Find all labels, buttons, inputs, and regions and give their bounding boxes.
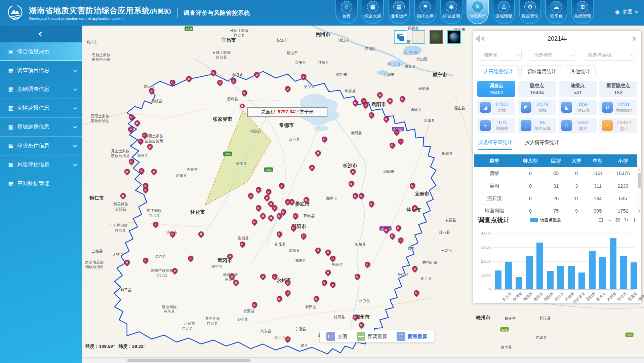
chart-bar-岳阳市[interactable] — [547, 271, 554, 289]
sidebar-item-调查项目信息[interactable]: ▦调查项目信息 — [0, 61, 82, 80]
nav-item-云平台[interactable]: ☁云平台 — [545, 0, 567, 24]
nav-item-数据管理[interactable]: ⚙数据管理 — [519, 0, 541, 24]
type-card-崩塌[interactable]: ◤2578崩塌 — [518, 100, 556, 115]
data-view-icon[interactable]: ▤ — [598, 217, 603, 223]
map-tool-距离量算[interactable]: 距离量算 — [352, 332, 392, 341]
nav-item-系统管理[interactable]: ⊞系统管理 — [571, 0, 594, 24]
chart-bar-永州市[interactable] — [599, 257, 606, 289]
landslide-glyph: ∪ — [265, 195, 269, 200]
type-card-地面塌陷[interactable]: ∪2231地面塌陷 — [599, 100, 637, 115]
type-card-value: 856 — [572, 101, 595, 107]
scrollbar-thumb[interactable] — [127, 359, 251, 362]
subtab-按灾情等级统计[interactable]: 按灾情等级统计 — [525, 139, 559, 150]
chart-bar-益阳市[interactable] — [578, 273, 585, 289]
type-card-滑坡[interactable]: ◢17601滑坡 — [477, 100, 515, 115]
summary-card-重要隐患点[interactable]: 重要隐患点183 — [599, 81, 637, 97]
map-tool-全图[interactable]: 全图 — [322, 332, 352, 341]
region-select-2[interactable]: 请选择县/区 — [583, 50, 636, 61]
landslide-glyph: ∪ — [359, 193, 364, 198]
nav-item-综合大屏[interactable]: ▦综合大屏 — [362, 0, 384, 24]
nav-item-首页[interactable]: ⌂首页 — [335, 0, 358, 24]
chart-bar-邵阳市[interactable] — [536, 243, 543, 289]
chart-bar-娄底市[interactable] — [620, 256, 627, 289]
type-card-地面沉降[interactable]: ↓85地面沉降 — [518, 118, 556, 133]
table-header-中型: 中型 — [587, 154, 609, 167]
horizontal-scrollbar[interactable] — [82, 357, 644, 363]
nav-item-业务运行[interactable]: ▤业务运行 — [388, 0, 410, 24]
nav-item-区域预警[interactable]: ⚠区域预警 — [493, 0, 515, 24]
chart-bar-湘西州[interactable] — [631, 262, 637, 289]
layers-icon[interactable] — [394, 30, 407, 44]
landslide-glyph: ∪ — [260, 274, 265, 279]
type-card-value: 110 — [491, 119, 513, 125]
next-year-button[interactable] — [633, 36, 637, 42]
sidebar-item-灾情速报信息[interactable]: ▦灾情速报信息 — [0, 99, 82, 118]
nav-item-综合监测[interactable]: ◉综合监测 — [440, 0, 462, 24]
table-scroll-thumb[interactable] — [638, 173, 641, 188]
landslide-glyph: ∪ — [129, 115, 134, 119]
chart-bar-怀化市[interactable] — [610, 238, 616, 289]
map-tool-面积量算[interactable]: 面积量算 — [392, 332, 432, 341]
chart-bar-常德市[interactable] — [557, 266, 564, 289]
landslide-glyph: ∪ — [349, 181, 354, 186]
scroll-up-icon[interactable]: ▲ — [637, 167, 641, 172]
type-card-总计[interactable]: ◔28462总计 — [599, 118, 637, 133]
nav-item-指挥支撑[interactable]: ⚑指挥支撑 — [414, 0, 436, 24]
type-card-其他[interactable]: ∷5001其他 — [559, 118, 597, 133]
sidebar-item-孕灾条件信息[interactable]: ▦孕灾条件信息 — [0, 137, 82, 155]
type-card-泥石流[interactable]: ◣856泥石流 — [559, 100, 597, 115]
table-cell: 65 — [546, 167, 566, 180]
table-cell: 0 — [515, 205, 546, 214]
chart-bar-衡阳市[interactable] — [526, 256, 533, 289]
scroll-down-icon[interactable]: ▼ — [637, 209, 641, 214]
sidebar-item-风险评估信息[interactable]: ▦风险评估信息 — [0, 155, 82, 174]
chart-bar-郴州市[interactable] — [589, 251, 596, 289]
type-card-label: 泥石流 — [572, 108, 595, 113]
sidebar-item-空间数据管理[interactable]: ▦空间数据管理 — [0, 174, 82, 193]
table-scrollbar[interactable]: ▲ ▼ — [637, 167, 641, 214]
landslide-glyph: ∪ — [310, 165, 314, 170]
user-menu[interactable]: ◉ 梦图 — [615, 9, 638, 15]
chevron-down-icon — [73, 87, 77, 90]
subtab-按规模等级统计[interactable]: 按规模等级统计 — [478, 139, 512, 150]
landslide-glyph: ∪ — [143, 187, 148, 192]
sidebar-item-基础调查信息[interactable]: ▦基础调查信息 — [0, 80, 82, 99]
chart-bar-张家界市[interactable] — [568, 266, 575, 289]
cloud-icon: ☁ — [551, 1, 562, 12]
prev-year-button[interactable] — [481, 36, 484, 42]
chart-bar-株洲市[interactable] — [505, 262, 512, 289]
region-select-1[interactable]: 请选择市 — [529, 50, 575, 61]
landslide-glyph: ∪ — [369, 113, 374, 117]
measure-close-marker[interactable]: × — [239, 103, 245, 109]
type-card-地裂缝[interactable]: ϟ110地裂缝 — [477, 118, 515, 133]
line-chart-icon[interactable]: ∿ — [607, 217, 611, 223]
landslide-glyph: ∪ — [359, 323, 364, 327]
summary-card-调查点[interactable]: 调查点28462 — [477, 81, 515, 97]
region-select-0[interactable]: 湖南省 — [479, 50, 522, 61]
satellite-basemap-button[interactable] — [430, 30, 443, 44]
globe-basemap-button[interactable] — [447, 30, 461, 44]
landslide-glyph: ∪ — [272, 206, 277, 210]
landslide-glyph: ∪ — [388, 99, 392, 103]
sidebar-collapse-button[interactable] — [0, 26, 82, 42]
sidebar-item-切坡建房信息[interactable]: ▦切坡建房信息 — [0, 118, 82, 137]
app-logo: 湖南省地质灾害防治综合应用系统(内测版) Geological hazard p… — [0, 2, 171, 23]
refresh-icon[interactable]: ↻ — [624, 217, 629, 223]
landslide-glyph: ∪ — [256, 187, 261, 192]
tab-灾害隐患统计[interactable]: 灾害隐患统计 — [478, 65, 519, 77]
landslide-glyph: ∪ — [384, 117, 389, 121]
download-icon[interactable]: ↧ — [632, 217, 637, 223]
nav-item-调查评价[interactable]: ✎调查评价 — [467, 0, 489, 24]
sidebar-item-label: 空间数据管理 — [17, 180, 49, 187]
bar-chart-icon[interactable]: ▥ — [615, 217, 620, 223]
chart-bar-长沙市[interactable] — [495, 270, 501, 289]
tab-其他统计[interactable]: 其他统计 — [565, 65, 596, 77]
chart-bar-湘潭市[interactable] — [516, 277, 522, 289]
sidebar-item-综合信息展示[interactable]: ▣综合信息展示 — [0, 42, 82, 61]
landslide-glyph: ∪ — [228, 254, 232, 259]
vector-basemap-button[interactable] — [412, 30, 425, 44]
tab-切坡建房统计[interactable]: 切坡建房统计 — [521, 65, 562, 77]
type-card-label: 地裂缝 — [491, 126, 513, 132]
summary-card-隐患点[interactable]: 隐患点18434 — [518, 81, 556, 97]
summary-card-速报点[interactable]: 速报点541 — [559, 81, 597, 97]
